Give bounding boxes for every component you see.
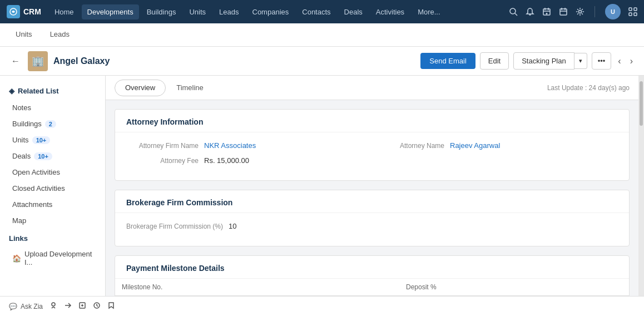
bottom-share-icon (64, 302, 72, 311)
sidebar-item-buildings[interactable]: Buildings 2 (0, 116, 105, 132)
nav-developments[interactable]: Developments (82, 4, 139, 19)
sidebar-item-notes[interactable]: Notes (0, 100, 105, 116)
zia-icon: 💬 (9, 303, 17, 310)
sidebar-item-units[interactable]: Units 10+ (0, 132, 105, 148)
header-actions: Send Email Edit Stacking Plan ▾ ••• ‹ › (420, 52, 635, 70)
logo-text: CRM (23, 7, 41, 16)
attorney-empty-pair (372, 156, 618, 165)
brokerage-section-body: Brokerage Firm Commission (%) 10 (115, 213, 629, 246)
payment-section-title: Payment Milestone Details (115, 256, 629, 279)
nav-units[interactable]: Units (184, 4, 211, 19)
logo-icon (7, 5, 20, 18)
stacking-plan-dropdown[interactable]: ▾ (574, 53, 587, 69)
col-deposit: Deposit % (399, 279, 629, 296)
send-email-button[interactable]: Send Email (420, 53, 475, 69)
calendar-icon[interactable] (559, 7, 568, 16)
entity-icon: 🏢 (28, 51, 48, 71)
buildings-label: Buildings (12, 120, 42, 128)
attorney-name-label: Attorney Name (372, 142, 444, 150)
related-list-icon: ◈ (9, 87, 14, 95)
svg-marker-23 (109, 303, 113, 308)
col-milestone-no: Milestone No. (115, 279, 399, 296)
svg-line-2 (515, 13, 517, 16)
scrollbar-track[interactable] (638, 76, 644, 316)
scrollbar-thumb[interactable] (640, 81, 643, 126)
sidebar-item-attachments[interactable]: Attachments (0, 196, 105, 213)
stacking-plan-button[interactable]: Stacking Plan (513, 52, 574, 70)
notes-label: Notes (12, 103, 31, 112)
settings-icon[interactable] (576, 7, 584, 16)
sidebar-item-deals[interactable]: Deals 10+ (0, 148, 105, 164)
upload-icon: 🏠 (12, 254, 21, 263)
svg-rect-14 (629, 8, 632, 11)
nav-buildings[interactable]: Buildings (141, 4, 182, 19)
buildings-badge: 2 (45, 120, 56, 128)
attorney-name-value[interactable]: Rajeev Agarwal (450, 141, 500, 150)
sidebar-item-open-activities[interactable]: Open Activities (0, 164, 105, 180)
prev-record-button[interactable]: ‹ (616, 54, 623, 68)
tab-leads[interactable]: Leads (41, 23, 78, 46)
back-button[interactable]: ← (9, 54, 22, 68)
more-actions-button[interactable]: ••• (592, 52, 612, 70)
entity-header: ← 🏢 Angel Galaxy Send Email Edit Stackin… (0, 47, 644, 76)
sidebar-item-closed-activities[interactable]: Closed Activities (0, 180, 105, 196)
attorney-firm-value[interactable]: NKR Associates (204, 141, 256, 150)
brokerage-value: 10 (229, 222, 236, 230)
ask-zia-item[interactable]: 💬 Ask Zia (9, 303, 43, 310)
entity-title: Angel Galaxy (53, 56, 415, 66)
attorney-section-body: Attorney Firm Name NKR Associates Attorn… (115, 132, 629, 180)
bottom-icon-4[interactable] (93, 302, 101, 311)
bottom-pin-icon (49, 302, 57, 311)
attorney-name-pair: Attorney Name Rajeev Agarwal (372, 141, 618, 150)
deals-badge: 10+ (34, 152, 52, 160)
bottom-icon-2[interactable] (64, 302, 72, 311)
edit-button[interactable]: Edit (480, 52, 509, 70)
bottom-bookmark-icon (107, 302, 115, 311)
last-update-text: Last Update : 24 day(s) ago (547, 84, 630, 92)
stacking-plan-split: Stacking Plan ▾ (513, 52, 587, 70)
svg-point-1 (510, 8, 516, 14)
sidebar: ◈ Related List Notes Buildings 2 Units 1… (0, 76, 106, 316)
brokerage-section: Brokerage Firm Commission Brokerage Firm… (115, 190, 630, 246)
sidebar-item-map[interactable]: Map (0, 213, 105, 229)
nav-companies[interactable]: Companies (247, 4, 295, 19)
user-avatar[interactable]: U (605, 4, 621, 19)
open-activities-label: Open Activities (12, 168, 60, 176)
brokerage-pair: Brokerage Firm Commission (%) 10 (126, 222, 372, 230)
sidebar-link-upload[interactable]: 🏠 Upload Development I... (0, 246, 105, 270)
calendar-add-icon[interactable] (542, 7, 551, 16)
nav-leads[interactable]: Leads (214, 4, 244, 19)
nav-activities[interactable]: Activities (370, 4, 410, 19)
bottom-icon-3[interactable] (78, 302, 86, 311)
nav-deals[interactable]: Deals (339, 4, 368, 19)
brokerage-label: Brokerage Firm Commission (%) (126, 223, 223, 230)
attorney-row-1: Attorney Firm Name NKR Associates Attorn… (126, 141, 618, 150)
tab-timeline[interactable]: Timeline (166, 76, 214, 100)
top-navigation: CRM Home Developments Buildings Units Le… (0, 0, 644, 23)
attachments-label: Attachments (12, 200, 52, 209)
svg-point-18 (52, 303, 55, 306)
bottom-icon-5[interactable] (107, 302, 115, 311)
map-label: Map (12, 216, 26, 225)
next-record-button[interactable]: › (628, 54, 635, 68)
related-list-section[interactable]: ◈ Related List (0, 82, 105, 100)
related-list-label: Related List (18, 87, 59, 95)
crm-logo[interactable]: CRM (7, 5, 41, 18)
bottom-bar: 💬 Ask Zia (0, 296, 644, 316)
search-icon[interactable] (509, 7, 518, 16)
bottom-icon-1[interactable] (49, 302, 57, 311)
nav-home[interactable]: Home (49, 4, 80, 19)
attorney-fee-label: Attorney Fee (126, 157, 199, 165)
bottom-clock-icon (93, 302, 101, 311)
grid-icon[interactable] (628, 7, 637, 16)
brokerage-row: Brokerage Firm Commission (%) 10 (126, 222, 618, 230)
tab-overview[interactable]: Overview (115, 80, 166, 96)
tab-units[interactable]: Units (7, 23, 41, 46)
brokerage-section-title: Brokerage Firm Commission (115, 190, 629, 213)
svg-point-13 (579, 11, 582, 13)
nav-more[interactable]: More... (412, 4, 445, 19)
notification-icon[interactable] (526, 7, 534, 16)
attorney-section: Attorney Information Attorney Firm Name … (115, 109, 630, 181)
svg-rect-15 (634, 8, 637, 11)
nav-contacts[interactable]: Contacts (296, 4, 336, 19)
